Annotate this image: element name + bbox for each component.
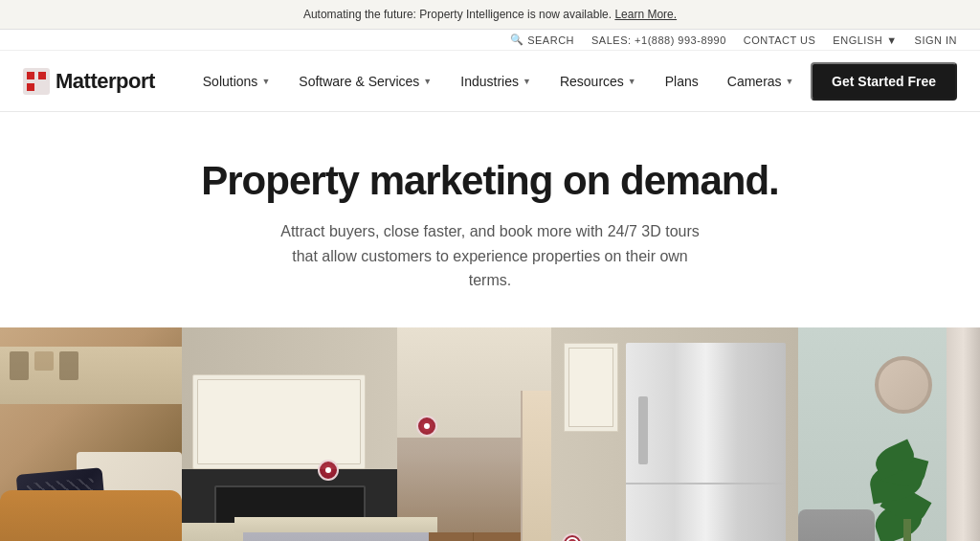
chevron-down-icon: ▼ <box>523 77 531 86</box>
hero-subtitle: Attract buyers, close faster, and book m… <box>279 219 701 293</box>
search-icon: 🔍 <box>510 34 524 46</box>
chevron-down-icon: ▼ <box>261 77 270 86</box>
contact-label: CONTACT US <box>744 34 816 46</box>
shelf-item <box>34 351 54 371</box>
kitchen-right-wall <box>551 327 798 541</box>
side-panel-left <box>0 327 182 541</box>
plant <box>865 452 961 541</box>
logo[interactable]: Matterport <box>23 68 155 95</box>
search-label: SEARCH <box>527 34 574 46</box>
nav-item-resources[interactable]: Resources ▼ <box>546 66 650 97</box>
side-panel-right <box>798 327 980 541</box>
sign-in-button[interactable]: SIGN IN <box>915 34 957 46</box>
nav-industries-label: Industries <box>460 74 519 89</box>
shelf-item <box>59 351 78 380</box>
contact-us-button[interactable]: CONTACT US <box>744 34 816 46</box>
sign-in-label: SIGN IN <box>915 34 957 46</box>
chevron-down-icon: ▼ <box>886 34 897 46</box>
wall-shelf <box>0 347 182 404</box>
island-top <box>234 517 438 532</box>
shelf-items <box>10 351 78 380</box>
kitchen-left-wall <box>182 327 397 541</box>
utility-bar: 🔍 SEARCH SALES: +1(888) 993-8990 CONTACT… <box>0 30 980 51</box>
nav-item-solutions[interactable]: Solutions ▼ <box>189 66 284 97</box>
logo-text: Matterport <box>56 69 155 94</box>
upper-cabinet-left <box>192 374 365 469</box>
cabinet-door-right <box>568 348 613 426</box>
main-nav: Matterport Solutions ▼ Software & Servic… <box>0 51 980 112</box>
kitchen-island <box>243 517 428 541</box>
sofa <box>0 490 182 541</box>
announcement-text: Automating the future: Property Intellig… <box>303 8 612 21</box>
nav-item-cameras[interactable]: Cameras ▼ <box>714 66 808 97</box>
chair <box>798 509 875 541</box>
hero-section: Property marketing on demand. Attract bu… <box>0 112 980 327</box>
svg-rect-1 <box>27 72 34 79</box>
nav-links: Solutions ▼ Software & Services ▼ Indust… <box>189 66 811 97</box>
cabinet-door <box>197 379 360 464</box>
refrigerator <box>626 343 786 541</box>
announcement-link[interactable]: Learn More. <box>614 8 677 21</box>
language-label: ENGLISH <box>833 34 882 46</box>
svg-rect-2 <box>38 72 46 79</box>
upper-cabinet-right <box>564 343 618 431</box>
chevron-down-icon: ▼ <box>786 77 794 86</box>
nav-solutions-label: Solutions <box>203 74 258 89</box>
shelf-item <box>10 351 29 380</box>
nav-resources-label: Resources <box>560 74 624 89</box>
chevron-down-icon: ▼ <box>423 77 432 86</box>
tour-center[interactable]: ↑ <box>182 327 798 541</box>
announcement-bar: Automating the future: Property Intellig… <box>0 0 980 30</box>
logo-icon <box>23 68 50 95</box>
fridge-handle <box>638 396 648 463</box>
language-selector[interactable]: ENGLISH ▼ <box>833 34 897 46</box>
nav-item-software-services[interactable]: Software & Services ▼ <box>285 66 445 97</box>
sales-contact[interactable]: SALES: +1(888) 993-8990 <box>591 34 726 46</box>
search-button[interactable]: 🔍 SEARCH <box>510 34 574 46</box>
tour-showcase: ↑ <box>0 327 980 541</box>
fridge-divider <box>626 483 786 485</box>
mirror <box>875 356 932 414</box>
tour-hotspot-2[interactable] <box>318 460 339 481</box>
nav-item-plans[interactable]: Plans <box>652 66 712 97</box>
tour-hotspot-1[interactable] <box>416 416 437 437</box>
hero-title: Property marketing on demand. <box>19 158 961 204</box>
nav-item-industries[interactable]: Industries ▼ <box>447 66 545 97</box>
nav-software-label: Software & Services <box>299 74 419 89</box>
nav-cameras-label: Cameras <box>727 74 782 89</box>
get-started-button[interactable]: Get Started Free <box>811 62 957 101</box>
plant-stem <box>903 519 911 541</box>
nav-plans-label: Plans <box>665 74 699 89</box>
svg-rect-3 <box>27 83 34 91</box>
kitchen-scene: ↑ <box>182 327 798 541</box>
chevron-down-icon: ▼ <box>628 77 636 86</box>
sales-label: SALES: +1(888) 993-8990 <box>591 34 726 46</box>
